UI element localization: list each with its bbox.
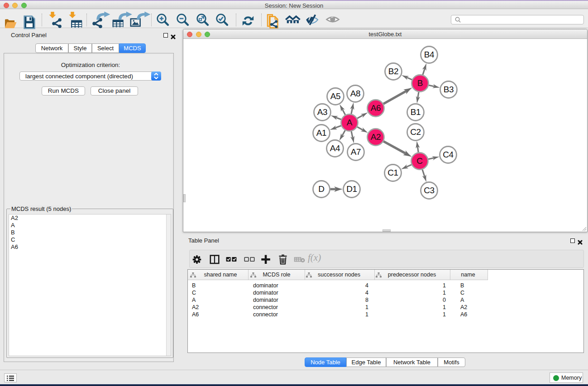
svg-text:A6: A6 — [371, 103, 381, 113]
svg-text:C: C — [416, 156, 422, 166]
svg-text:A1: A1 — [316, 128, 326, 138]
svg-text:B: B — [417, 78, 423, 88]
svg-text:A3: A3 — [317, 107, 327, 117]
svg-text:A: A — [347, 118, 353, 127]
svg-text:D: D — [318, 184, 324, 194]
svg-text:C1: C1 — [387, 168, 398, 177]
svg-text:C4: C4 — [443, 150, 454, 159]
svg-text:A7: A7 — [351, 147, 361, 157]
svg-text:A5: A5 — [330, 91, 340, 101]
svg-text:A2: A2 — [371, 132, 381, 142]
svg-text:C2: C2 — [410, 127, 421, 137]
svg-text:B3: B3 — [444, 85, 454, 94]
svg-text:D1: D1 — [346, 184, 357, 194]
svg-text:B4: B4 — [424, 50, 435, 59]
svg-text:C3: C3 — [424, 186, 435, 195]
svg-text:B1: B1 — [411, 107, 421, 117]
svg-text:A4: A4 — [330, 143, 340, 153]
svg-text:A8: A8 — [350, 89, 360, 98]
svg-text:B2: B2 — [388, 67, 398, 76]
